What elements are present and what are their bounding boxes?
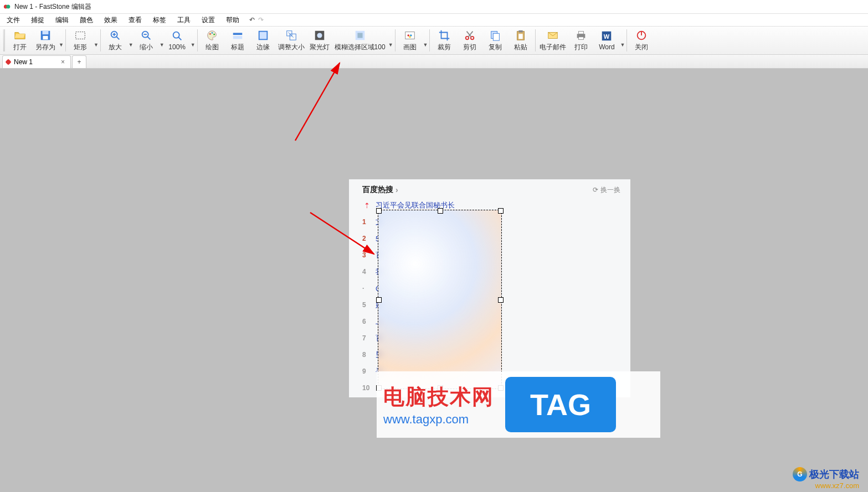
resize-handle-ml[interactable] (376, 297, 382, 303)
menu-effect[interactable]: 效果 (101, 14, 121, 26)
refresh-icon: ⟳ (593, 186, 598, 194)
blur-icon (354, 29, 366, 42)
paste-button[interactable]: 粘贴 (508, 28, 533, 53)
edge-icon (257, 29, 269, 42)
paste-label: 粘贴 (514, 43, 527, 52)
svg-rect-20 (259, 31, 267, 39)
menu-color[interactable]: 颜色 (76, 14, 96, 26)
email-button[interactable]: 电子邮件 (537, 28, 568, 53)
blur-dropdown-icon[interactable]: ▼ (388, 42, 393, 48)
site-glyph-icon: G (793, 467, 807, 481)
resize-icon (285, 29, 297, 42)
svg-rect-36 (519, 30, 523, 32)
svg-rect-41 (579, 37, 584, 39)
word-dropdown-icon[interactable]: ▼ (620, 42, 625, 48)
menu-view[interactable]: 查看 (125, 14, 145, 26)
rect-dropdown-icon[interactable]: ▼ (94, 42, 99, 48)
caption-icon (232, 29, 244, 42)
zoom-out-icon (140, 29, 152, 42)
menu-tags[interactable]: 标签 (150, 14, 170, 26)
blur-selection[interactable] (378, 210, 502, 389)
power-icon (635, 29, 648, 42)
canvas-area[interactable]: 百度热搜 › ⟳ 换一换 ⇡ 习近平会见联合国秘书长 1文253育4我·C5好6… (0, 69, 868, 492)
blur-button[interactable]: 模糊选择区域100 (332, 28, 388, 53)
tab-title: New 1 (14, 58, 33, 66)
menu-file[interactable]: 文件 (3, 14, 23, 26)
zoom100-button[interactable]: 100% (165, 28, 190, 53)
svg-rect-37 (519, 34, 523, 39)
menu-capture[interactable]: 捕捉 (28, 14, 48, 26)
svg-rect-34 (494, 33, 500, 40)
saveas-dropdown-icon[interactable]: ▼ (59, 42, 64, 48)
draw-button[interactable]: 绘图 (199, 28, 225, 53)
saveas-button[interactable]: 另存为 (33, 28, 58, 53)
svg-point-1 (6, 5, 10, 9)
title-bar: New 1 - FastStone 编辑器 (0, 0, 868, 14)
undo-icon[interactable]: ↶ (249, 16, 255, 24)
saveas-label: 另存为 (35, 43, 55, 52)
annotation-arrow-2 (307, 210, 385, 267)
scissors-icon (464, 29, 476, 42)
svg-line-46 (295, 63, 340, 141)
menu-edit[interactable]: 编辑 (52, 14, 72, 26)
print-button[interactable]: 打印 (568, 28, 594, 53)
overlay-tag-badge: TAG (505, 377, 616, 432)
paint-label: 画图 (403, 43, 417, 52)
app-icon (3, 3, 11, 11)
refresh-button[interactable]: ⟳ 换一换 (593, 185, 620, 195)
zoomin-dropdown-icon[interactable]: ▼ (129, 42, 133, 48)
resize-handle-tm[interactable] (438, 208, 443, 214)
folder-open-icon (14, 29, 26, 42)
svg-point-15 (209, 33, 211, 34)
edge-label: 边缘 (256, 43, 270, 52)
hot-rank: 9 (362, 367, 371, 375)
tab-add-button[interactable]: + (72, 55, 86, 68)
document-tab[interactable]: New 1 × (2, 55, 71, 68)
open-label: 打开 (13, 43, 27, 52)
menu-tools[interactable]: 工具 (174, 14, 194, 26)
copy-label: 复制 (489, 43, 502, 52)
window-title: New 1 - FastStone 编辑器 (14, 2, 91, 12)
crop-icon (438, 29, 450, 42)
word-button[interactable]: W Word (594, 28, 619, 53)
edge-button[interactable]: 边缘 (250, 28, 276, 53)
envelope-icon (547, 29, 559, 42)
close-button[interactable]: 关闭 (629, 28, 654, 53)
zoom-in-icon (109, 29, 121, 42)
svg-rect-40 (579, 31, 584, 34)
plus-icon: + (77, 58, 81, 66)
spotlight-button[interactable]: 聚光灯 (307, 28, 332, 53)
paint-button[interactable]: 画图 (397, 28, 423, 53)
menu-settings[interactable]: 设置 (198, 14, 218, 26)
open-button[interactable]: 打开 (7, 28, 33, 53)
close-label: 关闭 (635, 43, 648, 52)
zoomout-button[interactable]: 缩小 (133, 28, 159, 53)
marquee-icon (74, 29, 86, 42)
paint-dropdown-icon[interactable]: ▼ (423, 42, 428, 48)
svg-rect-3 (43, 30, 49, 34)
zoomin-button[interactable]: 放大 (102, 28, 128, 53)
blur-label: 模糊选择区域100 (335, 43, 386, 52)
resize-button[interactable]: 调整大小 (276, 28, 307, 53)
tab-close-icon[interactable]: × (59, 58, 67, 66)
rect-button[interactable]: 矩形 (68, 28, 93, 53)
overlay-url: www.tagxp.com (383, 412, 494, 427)
copy-button[interactable]: 复制 (482, 28, 508, 53)
zoomin-label: 放大 (109, 43, 122, 52)
resize-handle-mr[interactable] (498, 297, 504, 303)
hot-rank: · (362, 284, 371, 292)
resize-handle-tr[interactable] (498, 208, 504, 214)
redo-icon[interactable]: ↷ (258, 16, 264, 24)
zoomout-dropdown-icon[interactable]: ▼ (160, 42, 165, 48)
menu-help[interactable]: 帮助 (223, 14, 243, 26)
crop-button[interactable]: 裁剪 (432, 28, 457, 53)
printer-icon (575, 29, 587, 42)
zoom100-dropdown-icon[interactable]: ▼ (191, 42, 196, 48)
mspaint-icon (404, 29, 416, 42)
save-icon (39, 29, 52, 42)
caption-button[interactable]: 标题 (225, 28, 250, 53)
top-icon: ⇡ (362, 201, 371, 210)
cut-button[interactable]: 剪切 (457, 28, 482, 53)
chevron-right-icon: › (396, 185, 398, 194)
site-url: www.xz7.com (815, 481, 859, 490)
